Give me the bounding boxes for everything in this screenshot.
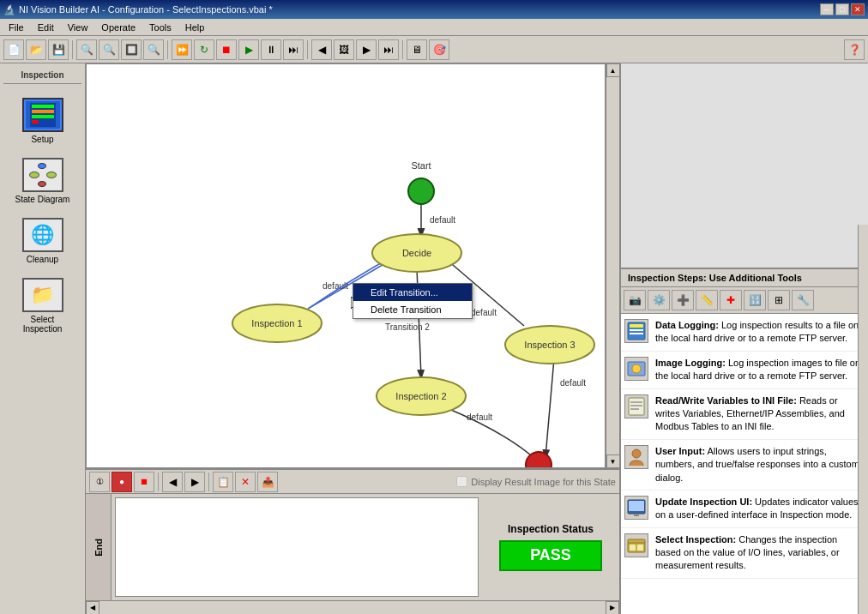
read-write-ini-icon	[624, 394, 648, 418]
window-controls[interactable]: ─ □ ✕	[820, 3, 865, 15]
next-image-button[interactable]: ▶	[356, 39, 377, 60]
image-button[interactable]: 🖼	[334, 39, 354, 60]
left-sidebar: Inspection Setup	[0, 63, 86, 614]
menu-tools[interactable]: Tools	[142, 21, 178, 34]
sidebar-item-select-inspection[interactable]: 📁 Select Inspection	[9, 274, 77, 337]
toolbar-separator-3	[307, 40, 308, 59]
step-button[interactable]: ⏭	[378, 39, 399, 60]
zoom-select-button[interactable]: 🔍	[143, 39, 164, 60]
scroll-up-button[interactable]: ▲	[606, 63, 620, 77]
right-scrollbar[interactable]	[858, 225, 868, 614]
scroll-left-button[interactable]: ◀	[86, 601, 99, 615]
scroll-right-button[interactable]: ▶	[606, 601, 619, 615]
node-start[interactable]: Start	[408, 160, 434, 204]
start-circle	[408, 178, 434, 204]
bottom-export-button[interactable]: 📤	[257, 472, 278, 492]
open-button[interactable]: 📂	[26, 39, 46, 60]
toolbar-separator-4	[402, 40, 403, 59]
bottom-prev-button[interactable]: ◀	[162, 472, 183, 492]
zoom-out-button[interactable]: 🔍	[76, 39, 97, 60]
step-over-button[interactable]: ⏭	[283, 39, 304, 60]
svg-rect-2	[630, 324, 643, 328]
scroll-down-button[interactable]: ▼	[606, 454, 620, 468]
step-user-input[interactable]: User Input: Allows users to input string…	[621, 440, 868, 491]
right-toolbar: 📷 ⚙️ ➕ 📏 ✚ 🔢 ⊞ 🔧	[621, 287, 868, 314]
bottom-separator2	[208, 473, 209, 491]
bottom-record-button[interactable]: ●	[112, 472, 132, 492]
help-button[interactable]: ❓	[844, 39, 865, 60]
maximize-button[interactable]: □	[835, 3, 849, 15]
zoom-in-button[interactable]: 🔍	[99, 39, 119, 60]
run-continuous-button[interactable]: ↻	[194, 39, 214, 60]
horizontal-scrollbar[interactable]: ◀ ▶	[86, 600, 619, 614]
update-ui-svg	[626, 497, 647, 518]
rt-camera-button[interactable]: 📷	[624, 290, 646, 310]
context-edit-transition[interactable]: Edit Transition...	[353, 284, 472, 301]
zoom-fit-button[interactable]: 🔲	[121, 39, 142, 60]
context-menu: Edit Transition... Delete Transition	[353, 283, 473, 319]
select-inspection-step-icon	[624, 533, 648, 557]
rt-wrench-button[interactable]: 🔧	[792, 290, 814, 310]
step-image-logging[interactable]: Image Logging: Log inspection images to …	[621, 352, 868, 389]
svg-rect-7	[629, 398, 644, 415]
bottom-stop-button[interactable]: ⏹	[134, 472, 154, 492]
menu-operate[interactable]: Operate	[94, 21, 142, 34]
sidebar-item-cleanup[interactable]: 🌐 Cleanup	[9, 214, 77, 268]
pause-button[interactable]: ⏸	[261, 39, 281, 60]
step-select-inspection[interactable]: Select Inspection: Changes the inspectio…	[621, 528, 868, 579]
rt-grid-button[interactable]: ⊞	[768, 290, 790, 310]
rt-settings-button[interactable]: ⚙️	[648, 290, 670, 310]
select-insp-svg	[626, 535, 647, 556]
node-inspection3[interactable]: Inspection 3	[505, 326, 594, 364]
node-decide[interactable]: Decide	[372, 234, 461, 272]
vertical-scrollbar[interactable]: ▲ ▼	[606, 63, 619, 468]
hscroll-track[interactable]	[99, 603, 606, 613]
diagram-canvas[interactable]: default default Transition 2 default	[86, 63, 606, 468]
node-inspection1[interactable]: Inspection 1	[232, 304, 322, 342]
rt-crosshair-button[interactable]: ✚	[720, 290, 742, 310]
minimize-button[interactable]: ─	[820, 3, 834, 15]
stop-button[interactable]: ⏹	[216, 39, 237, 60]
setup-icon	[22, 98, 63, 132]
data-logging-text: Data Logging: Log inspection results to …	[655, 319, 865, 346]
close-button[interactable]: ✕	[851, 3, 865, 15]
step-read-write-ini[interactable]: Read/Write Variables to INI File: Reads …	[621, 389, 868, 440]
run-button[interactable]: ▶	[238, 39, 259, 60]
bottom-next-button[interactable]: ▶	[184, 472, 205, 492]
target-button[interactable]: 🎯	[429, 39, 449, 60]
bottom-step-button[interactable]: ①	[89, 472, 110, 492]
user-input-icon	[624, 445, 648, 469]
step-data-logging[interactable]: Data Logging: Log inspection results to …	[621, 314, 868, 352]
bottom-copy-button[interactable]: 📋	[213, 472, 233, 492]
inspection-status-label: Inspection Status	[508, 523, 594, 537]
prev-image-button[interactable]: ◀	[311, 39, 332, 60]
sidebar-item-state-diagram[interactable]: State Diagram	[9, 154, 77, 208]
bottom-delete-button[interactable]: ✕	[235, 472, 256, 492]
new-button[interactable]: 📄	[3, 39, 24, 60]
svg-rect-18	[637, 545, 643, 551]
menu-file[interactable]: File	[2, 21, 31, 34]
rt-add-button[interactable]: ➕	[672, 290, 694, 310]
scroll-track[interactable]	[607, 77, 619, 454]
menu-help[interactable]: Help	[178, 21, 212, 34]
menu-edit[interactable]: Edit	[31, 21, 61, 34]
read-write-ini-text: Read/Write Variables to INI File: Reads …	[655, 394, 865, 434]
display-result-checkbox[interactable]	[456, 476, 467, 487]
sidebar-section-inspection: Inspection	[3, 70, 81, 84]
monitor-button[interactable]: 🖥	[407, 39, 427, 60]
menu-view[interactable]: View	[61, 21, 95, 34]
rt-measure-button[interactable]: 📏	[696, 290, 718, 310]
start-label: Start	[411, 160, 431, 171]
context-delete-transition[interactable]: Delete Transition	[353, 301, 472, 318]
save-button[interactable]: 💾	[48, 39, 69, 60]
select-inspection-icon: 📁	[22, 278, 63, 312]
node-inspection2[interactable]: Inspection 2	[377, 377, 466, 415]
bottom-content: End Inspection Status PASS	[86, 494, 619, 600]
user-svg	[626, 447, 647, 467]
sidebar-item-setup[interactable]: Setup	[9, 94, 77, 147]
step-update-ui[interactable]: Update Inspection UI: Updates indicator …	[621, 491, 868, 528]
user-input-text: User Input: Allows users to input string…	[655, 445, 865, 485]
rt-number-button[interactable]: 🔢	[744, 290, 766, 310]
image-logging-icon	[624, 357, 648, 381]
run-forward-button[interactable]: ⏩	[172, 39, 192, 60]
